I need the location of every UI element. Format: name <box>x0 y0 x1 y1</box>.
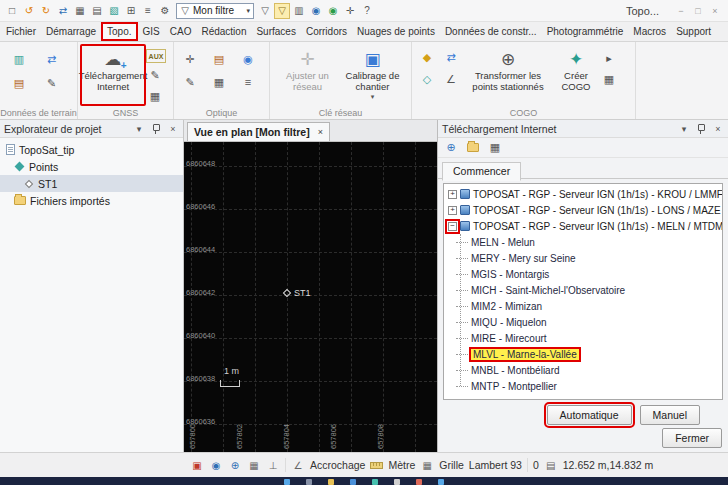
station-row[interactable]: MICH - Saint-Michel-l'Observatoire <box>444 282 722 298</box>
tab-cao[interactable]: CAO <box>165 22 197 41</box>
tree-item-project-file[interactable]: TopoSat_tip <box>0 141 183 158</box>
compare-points-icon[interactable]: ⇄ <box>442 48 460 66</box>
tab-demarrage[interactable]: Démarrage <box>41 22 101 41</box>
station-point-st1[interactable]: ST1 <box>284 288 311 298</box>
transform-points-button[interactable]: ⊕ Transformer les points stationnés <box>464 44 552 106</box>
import-terrain-icon[interactable]: ▥ <box>10 50 28 68</box>
gear-icon[interactable]: ⚙ <box>157 3 173 19</box>
internet-download-button[interactable]: ☁+ Téléchargement Internet <box>80 44 146 106</box>
map-canvas[interactable]: 6860648 6860646 6860644 6860642 6860640 … <box>184 142 437 452</box>
new-view-icon[interactable]: ⊞ <box>123 3 139 19</box>
pin-icon[interactable] <box>695 123 707 135</box>
file-explorer-icon[interactable] <box>328 479 334 485</box>
chevron-down-icon[interactable]: ▾ <box>133 123 145 135</box>
keyin-point-icon[interactable]: ◇ <box>418 70 436 88</box>
station-group-row[interactable]: − TOPOSAT - RGP - Serveur IGN (1h/1s) - … <box>444 218 722 234</box>
view-filter-combo[interactable]: ▽ Mon filtre ▾ <box>176 3 254 19</box>
tab-nuages-de-points[interactable]: Nuages de points <box>352 22 440 41</box>
import-icon[interactable]: ⇄ <box>55 3 71 19</box>
gnss-session-icon[interactable]: ▦ <box>146 87 164 105</box>
tab-support[interactable]: Support <box>671 22 716 41</box>
close-icon[interactable]: × <box>712 123 724 135</box>
windows-taskbar[interactable] <box>0 477 728 485</box>
manual-button[interactable]: Manuel <box>640 405 700 425</box>
station-row[interactable]: MNBL - Montbéliard <box>444 362 722 378</box>
tab-gis[interactable]: GIS <box>138 22 165 41</box>
tab-photogrammetrie[interactable]: Photogrammétrie <box>542 22 629 41</box>
tab-corridors[interactable]: Corridors <box>301 22 352 41</box>
view-manager-icon[interactable]: ▧ <box>106 3 122 19</box>
station-row[interactable]: MELN - Melun <box>444 234 722 250</box>
field-data-icon[interactable]: ▤ <box>10 74 28 92</box>
unit-label[interactable]: Mètre <box>388 459 415 471</box>
crs-label[interactable]: Lambert 93 <box>469 459 522 471</box>
tab-topo[interactable]: Topo. <box>101 22 137 41</box>
zoom-select-icon[interactable]: ◉ <box>209 458 223 472</box>
ortho-icon[interactable]: ⊥ <box>266 458 280 472</box>
edit-optical-icon[interactable]: ✎ <box>181 73 199 91</box>
tab-surfaces[interactable]: Surfaces <box>251 22 300 41</box>
internet-setup-icon[interactable]: ⊕ <box>442 140 460 156</box>
search-icon[interactable] <box>306 479 312 485</box>
close-icon[interactable]: × <box>167 123 179 135</box>
station-row[interactable]: MERY - Mery sur Seine <box>444 250 722 266</box>
tree-item-points[interactable]: Points <box>0 158 183 175</box>
angle-measure-icon[interactable]: ∠ <box>442 70 460 88</box>
active-filter-icon[interactable]: ▽ <box>274 3 290 19</box>
tab-plan-view[interactable]: Vue en plan [Mon filtre] × <box>187 122 330 141</box>
tab-macros[interactable]: Macros <box>628 22 671 41</box>
view-filter-manager-icon[interactable]: ▽ <box>257 3 273 19</box>
station-setup-icon[interactable]: ✛ <box>181 50 199 68</box>
target-icon[interactable]: ◉ <box>239 50 257 68</box>
optical-menu-icon[interactable]: ≡ <box>239 73 257 91</box>
pin-icon[interactable] <box>150 123 162 135</box>
station-group-row[interactable]: + TOPOSAT - RGP - Serveur IGN (1h/1s) - … <box>444 202 722 218</box>
tab-commencer[interactable]: Commencer <box>442 162 521 181</box>
selection-explorer-icon[interactable]: ▥ <box>291 3 307 19</box>
tab-donnees-de-construction[interactable]: Données de constr... <box>440 22 542 41</box>
snap-grid-icon[interactable]: ▦ <box>247 458 261 472</box>
browser-icon[interactable] <box>350 479 356 485</box>
windows-start-icon[interactable] <box>284 479 290 485</box>
station-row-mlvl[interactable]: MLVL - Marne-la-Vallée <box>444 346 722 362</box>
gnss-planning-icon[interactable]: ✎ <box>146 66 164 84</box>
app-icon[interactable] <box>416 479 422 485</box>
snap-mode-icon[interactable]: ∠ <box>291 458 305 472</box>
tree-item-imported-files[interactable]: Fichiers importés <box>0 192 183 209</box>
world-view-icon[interactable]: ◉ <box>308 3 324 19</box>
layer-colors-icon[interactable]: ▣ <box>190 458 204 472</box>
new-project-icon[interactable]: □ <box>4 3 20 19</box>
station-group-row[interactable]: + TOPOSAT - RGP - Serveur IGN (1h/1s) - … <box>444 186 722 202</box>
expand-icon[interactable]: + <box>448 190 457 199</box>
station-row[interactable]: MIRE - Mirecourt <box>444 330 722 346</box>
app-icon[interactable] <box>438 479 444 485</box>
undo-icon[interactable]: ↺ <box>21 3 37 19</box>
site-calibration-button[interactable]: ▣ Calibrage de chantier ▾ <box>340 44 406 106</box>
app-icon[interactable] <box>394 479 400 485</box>
station-row[interactable]: MGIS - Montargis <box>444 266 722 282</box>
zoom-extents-icon[interactable]: ⊕ <box>228 458 242 472</box>
more-cogo-icon[interactable]: ▸ <box>600 49 618 67</box>
station-row[interactable]: MNTP - Montpellier <box>444 378 722 394</box>
window-minimize-button[interactable]: − <box>676 3 686 19</box>
cogo-table-icon[interactable]: ▦ <box>600 70 618 88</box>
automatic-button[interactable]: Automatique <box>547 405 632 425</box>
tab-fichier[interactable]: Fichier <box>1 22 41 41</box>
window-maximize-button[interactable]: □ <box>693 3 703 19</box>
edit-terrain-icon[interactable]: ✎ <box>43 74 61 92</box>
expand-icon[interactable]: + <box>448 206 457 215</box>
station-row[interactable]: MIQU - Miquelon <box>444 314 722 330</box>
app-icon[interactable] <box>372 479 378 485</box>
window-close-button[interactable]: × <box>710 3 720 19</box>
grid-label[interactable]: Grille <box>439 459 464 471</box>
open-folder-icon[interactable] <box>464 140 482 156</box>
close-view-icon[interactable]: × <box>318 127 323 137</box>
tree-item-st1[interactable]: ST1 <box>0 175 183 192</box>
collapse-icon[interactable]: − <box>448 222 457 231</box>
web-map-icon[interactable]: ◉ <box>325 3 341 19</box>
level-data-icon[interactable]: ▤ <box>210 50 228 68</box>
redo-icon[interactable]: ↻ <box>38 3 54 19</box>
station-row[interactable]: MIM2 - Mimizan <box>444 298 722 314</box>
close-panel-button[interactable]: Fermer <box>662 428 722 448</box>
properties-icon[interactable]: ≡ <box>140 3 156 19</box>
